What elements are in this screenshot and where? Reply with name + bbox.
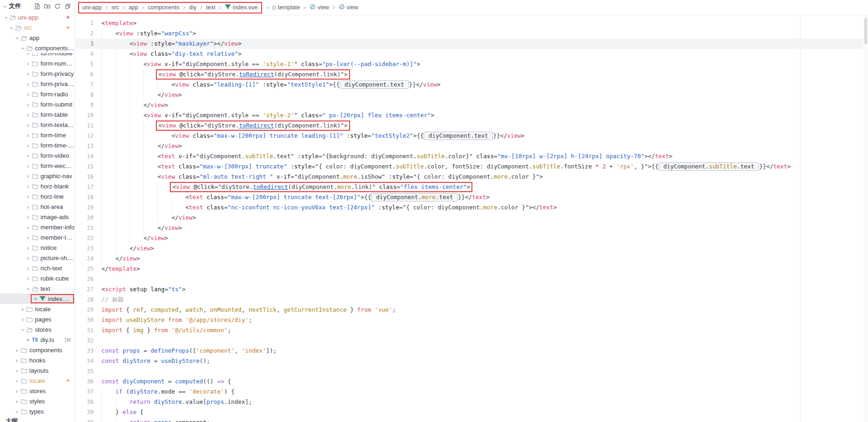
code-line-30[interactable]: 30import useDiyStore from '@/app/stores/… xyxy=(75,315,868,325)
chevron-right-icon[interactable]: › xyxy=(25,214,31,220)
chevron-right-icon[interactable]: › xyxy=(25,275,31,281)
tree-item-stores[interactable]: ›stores xyxy=(0,324,74,335)
code-line-10[interactable]: 10<view v-if="diyComponent.style == 'sty… xyxy=(75,110,868,121)
code-line-31[interactable]: 31import { img } from '@/utils/common'; xyxy=(75,325,868,335)
tree-item-form-wechat-...[interactable]: ›form-wechat-... xyxy=(0,161,74,171)
tree-item-form-table[interactable]: ›form-table xyxy=(0,109,74,120)
tree-item-rich-text[interactable]: ›rich-text xyxy=(0,263,74,273)
tree-item-horz-line[interactable]: ›horz-line xyxy=(0,191,74,201)
code-line-22[interactable]: 22</view> xyxy=(75,233,868,243)
code-line-29[interactable]: 29import { ref, computed, watch, onMount… xyxy=(75,305,868,315)
code-line-6[interactable]: 6<view @click="diyStore.toRedirect(diyCo… xyxy=(75,69,868,80)
tree-item-locale[interactable]: ›locale xyxy=(0,304,74,314)
tree-item-member-info[interactable]: ›member-info xyxy=(0,222,74,232)
chevron-right-icon[interactable]: › xyxy=(25,245,31,251)
code-line-33[interactable]: 33const props = defineProps(['component'… xyxy=(75,346,868,356)
chevron-right-icon[interactable]: › xyxy=(14,378,20,384)
tree-item-notice[interactable]: ›notice xyxy=(0,242,74,253)
code-line-19[interactable]: 19<text class="nc-iconfont nc-icon-youV6… xyxy=(75,202,868,213)
tree-item-components-diy[interactable]: ›components\diy xyxy=(0,43,74,53)
code-line-11[interactable]: 11<view @click="diyStore.toRedirect(diyC… xyxy=(75,121,868,131)
tree-item-form-submit[interactable]: ›form-submit xyxy=(0,99,74,109)
chevron-right-icon[interactable]: › xyxy=(25,234,31,241)
code-line-35[interactable]: 35 xyxy=(75,366,868,376)
tree-item-form-mobile[interactable]: ›form-mobile xyxy=(0,53,74,58)
tree-item-form-video[interactable]: ›form-video xyxy=(0,150,74,161)
code-line-20[interactable]: 20</view> xyxy=(75,213,868,223)
tree-item-rubik-cube[interactable]: ›rubik-cube xyxy=(0,273,74,283)
code-line-17[interactable]: 17<view @click="diyStore.toRedirect(diyC… xyxy=(75,182,868,192)
chevron-down-icon[interactable]: › xyxy=(20,45,26,51)
chevron-right-icon[interactable]: › xyxy=(20,306,26,312)
refresh-icon[interactable] xyxy=(53,2,61,10)
code-line-23[interactable]: 23</view> xyxy=(75,243,868,254)
tree-item-form-time[interactable]: ›form-time xyxy=(0,130,74,140)
chevron-right-icon[interactable]: › xyxy=(14,409,20,415)
code-line-24[interactable]: 24</view> xyxy=(75,254,868,264)
chevron-right-icon[interactable]: › xyxy=(25,132,31,138)
breadcrumb-item-view[interactable]: view xyxy=(310,4,329,11)
chevron-right-icon[interactable]: › xyxy=(14,347,20,353)
breadcrumb-item-text[interactable]: text xyxy=(206,4,215,11)
chevron-down-icon[interactable]: › xyxy=(14,35,20,41)
code-line-28[interactable]: 28// 标题 xyxy=(75,295,868,305)
chevron-right-icon[interactable]: › xyxy=(25,255,31,261)
breadcrumb-item-src[interactable]: src xyxy=(111,4,119,11)
breadcrumb-item-diy[interactable]: diy xyxy=(189,4,196,11)
tree-item-pages[interactable]: ›pages xyxy=(0,314,74,324)
code-line-1[interactable]: 1<template> xyxy=(75,18,868,28)
tree-item-uni-app[interactable]: ›uni-app xyxy=(0,12,74,22)
tree-item-hot-area[interactable]: ›hot-area xyxy=(0,201,74,212)
code-line-8[interactable]: 8</view> xyxy=(75,90,868,100)
tree-item-image-ads[interactable]: ›image-ads xyxy=(0,212,74,222)
code-line-14[interactable]: 14<text v-if="diyComponent.subTitle.text… xyxy=(75,151,868,161)
chevron-right-icon[interactable]: › xyxy=(20,316,26,322)
new-folder-icon[interactable] xyxy=(43,2,51,10)
code-line-38[interactable]: 38return diyStore.value[props.index]; xyxy=(75,397,868,407)
chevron-right-icon[interactable]: › xyxy=(25,71,31,77)
code-line-3[interactable]: 3<view :style="maskLayer"></view> xyxy=(75,39,868,49)
tree-item-hooks[interactable]: ›hooks xyxy=(0,355,74,365)
chevron-right-icon[interactable]: › xyxy=(25,142,31,148)
chevron-right-icon[interactable]: › xyxy=(25,101,31,107)
code-line-27[interactable]: 27<script setup lang="ts"> xyxy=(75,284,868,295)
tree-item-index.vue[interactable]: index.vue xyxy=(0,294,74,304)
tree-item-types[interactable]: ›types xyxy=(0,406,74,416)
code-line-16[interactable]: 16<view class="ml-auto text-right " v-if… xyxy=(75,172,868,182)
code-line-9[interactable]: 9</view> xyxy=(75,100,868,110)
code-line-13[interactable]: 13</view> xyxy=(75,141,868,151)
code-line-32[interactable]: 32 xyxy=(75,335,868,346)
tree-item-form-textarea[interactable]: ›form-textarea xyxy=(0,120,74,130)
breadcrumb-item-index.vue[interactable]: index.vue xyxy=(225,4,258,11)
chevron-right-icon[interactable]: › xyxy=(25,112,31,118)
tree-item-form-privacy[interactable]: ›form-privacy xyxy=(0,68,74,79)
code-line-25[interactable]: 25</template> xyxy=(75,264,868,274)
chevron-right-icon[interactable]: › xyxy=(25,204,31,210)
chevron-down-icon[interactable]: › xyxy=(20,327,26,333)
code-line-39[interactable]: 39} else { xyxy=(75,407,868,417)
chevron-right-icon[interactable]: › xyxy=(14,368,20,374)
tree-item-graphic-nav[interactable]: ›graphic-nav xyxy=(0,171,74,181)
code-line-26[interactable]: 26 xyxy=(75,274,868,284)
tree-item-diy.ts[interactable]: TSdiy.ts1M xyxy=(0,335,74,345)
code-line-21[interactable]: 21</view> xyxy=(75,223,868,233)
tree-item-components[interactable]: ›components xyxy=(0,345,74,355)
chevron-down-icon[interactable]: › xyxy=(2,3,8,9)
chevron-right-icon[interactable]: › xyxy=(14,388,20,394)
code-line-34[interactable]: 34const diyStore = useDiyStore(); xyxy=(75,356,868,366)
breadcrumb-item-components[interactable]: components xyxy=(148,4,180,11)
chevron-right-icon[interactable]: › xyxy=(25,53,31,56)
tree-item-form-number[interactable]: ›form-number xyxy=(0,58,74,68)
breadcrumb-item-app[interactable]: app xyxy=(128,4,138,11)
chevron-right-icon[interactable]: › xyxy=(25,91,31,97)
tree-item-picture-show[interactable]: ›picture-show xyxy=(0,253,74,263)
scrollbar-thumb[interactable] xyxy=(864,18,867,44)
tree-item-member-level[interactable]: ›member-level xyxy=(0,232,74,242)
tree-item-form-privacy-...[interactable]: ›form-privacy-... xyxy=(0,79,74,89)
breadcrumb-item-uni-app[interactable]: uni-app xyxy=(82,4,102,11)
chevron-down-icon[interactable]: › xyxy=(9,25,15,31)
code-line-5[interactable]: 5<view v-if="diyComponent.style == 'styl… xyxy=(75,59,868,69)
chevron-down-icon[interactable]: › xyxy=(3,14,9,20)
chevron-right-icon[interactable]: › xyxy=(14,357,20,363)
code-line-7[interactable]: 7<view class="leading-[1]" :style="textS… xyxy=(75,80,868,90)
